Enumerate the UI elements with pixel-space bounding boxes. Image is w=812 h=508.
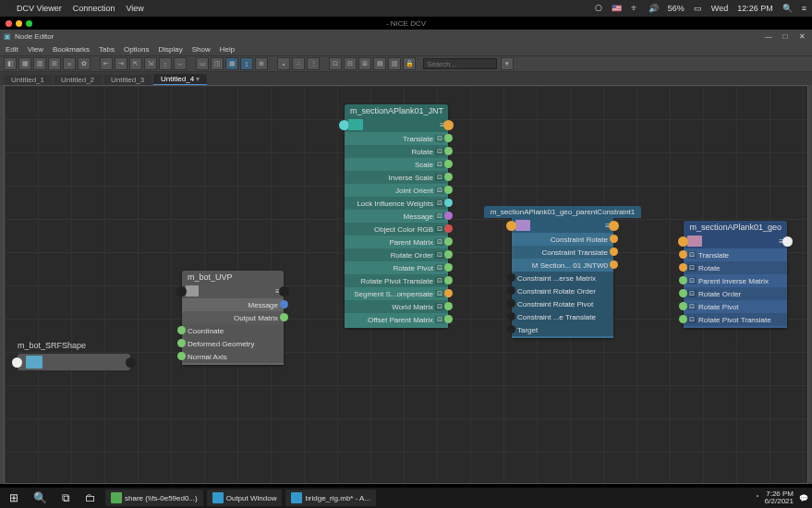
tab[interactable]: Untitled_2 bbox=[54, 75, 102, 85]
tool-button[interactable]: ⋮ bbox=[307, 57, 320, 70]
window-titlebar[interactable]: ▣ Node Editor — □ ✕ bbox=[0, 30, 812, 42]
tool-button[interactable]: ↔ bbox=[174, 57, 187, 70]
input-pin[interactable] bbox=[177, 339, 186, 347]
tool-button[interactable]: ⊟ bbox=[344, 57, 357, 70]
tool-button[interactable]: ⊞ bbox=[48, 57, 61, 70]
output-pin[interactable] bbox=[280, 300, 288, 308]
input-pin[interactable] bbox=[507, 286, 515, 295]
volume-icon[interactable]: 🔊 bbox=[648, 4, 659, 13]
node-uvp[interactable]: m_bot_UVP ≡ Message Output Matrix Coordi… bbox=[182, 271, 284, 365]
explorer-icon[interactable]: 🗀 bbox=[79, 491, 102, 504]
tool-button[interactable]: ↕ bbox=[159, 57, 172, 70]
output-pin[interactable] bbox=[444, 147, 453, 155]
input-port[interactable] bbox=[678, 236, 688, 247]
taskbar-item[interactable]: Output Window bbox=[207, 490, 283, 506]
menu-bookmarks[interactable]: Bookmarks bbox=[53, 45, 90, 54]
output-pin[interactable] bbox=[444, 250, 453, 259]
tab[interactable]: Untitled_3 bbox=[103, 75, 151, 85]
node-jnt[interactable]: m_sectionAPlank01_JNT ≡ Translate⊡Rotate… bbox=[345, 104, 448, 328]
output-pin[interactable] bbox=[444, 160, 453, 168]
output-pin[interactable] bbox=[444, 237, 453, 246]
tool-button[interactable]: ▤ bbox=[373, 57, 386, 70]
close-icon[interactable] bbox=[6, 20, 12, 27]
tool-button[interactable]: ◫ bbox=[211, 57, 224, 70]
menu-tabs[interactable]: Tabs bbox=[99, 45, 115, 54]
notification-icon[interactable]: 💬 bbox=[799, 494, 808, 502]
output-pin[interactable] bbox=[444, 289, 453, 297]
output-pin[interactable] bbox=[444, 212, 453, 220]
menu-display[interactable]: Display bbox=[159, 45, 183, 54]
tool-button[interactable]: ▦ bbox=[225, 57, 238, 70]
tool-button[interactable]: • bbox=[277, 57, 290, 70]
input-pin[interactable] bbox=[507, 325, 515, 333]
dropdown-button[interactable]: ▾ bbox=[501, 57, 514, 70]
menu-show[interactable]: Show bbox=[192, 45, 211, 54]
output-port[interactable] bbox=[279, 286, 289, 296]
output-port[interactable] bbox=[443, 120, 454, 130]
maximize-button[interactable]: □ bbox=[779, 32, 792, 41]
wifi-icon[interactable]: ᯤ bbox=[631, 4, 639, 13]
tool-button[interactable]: ✿ bbox=[78, 57, 91, 70]
tool-button[interactable]: ⊡ bbox=[329, 57, 342, 70]
output-pin[interactable] bbox=[444, 173, 453, 181]
tray-chevron-icon[interactable]: ˄ bbox=[756, 494, 759, 502]
tool-button[interactable]: ⊕ bbox=[255, 57, 268, 70]
mac-app-name[interactable]: DCV Viewer bbox=[17, 4, 62, 13]
tab[interactable]: Untitled_4 ▾ bbox=[153, 74, 207, 85]
tool-button[interactable]: ▭ bbox=[196, 57, 209, 70]
output-pin[interactable] bbox=[444, 315, 453, 323]
tool-button[interactable]: ⇱ bbox=[129, 57, 142, 70]
menu-edit[interactable]: Edit bbox=[6, 45, 18, 54]
menu-view[interactable]: View bbox=[28, 45, 43, 54]
start-button[interactable]: ⊞ bbox=[4, 491, 24, 504]
battery-icon[interactable]: ▭ bbox=[694, 4, 702, 13]
input-pin[interactable] bbox=[679, 250, 687, 259]
input-pin[interactable] bbox=[679, 263, 687, 272]
node-parentconstraint[interactable]: m_sectionAPlank01_geo_parentConstraint1 … bbox=[512, 206, 613, 338]
tool-button[interactable]: ⊠ bbox=[358, 57, 371, 70]
tool-button[interactable]: ▥ bbox=[33, 57, 46, 70]
output-pin[interactable] bbox=[444, 302, 453, 310]
output-port[interactable] bbox=[609, 221, 619, 231]
tool-button[interactable]: 1 bbox=[240, 57, 253, 70]
input-pin[interactable] bbox=[507, 299, 515, 308]
input-pin[interactable] bbox=[177, 352, 186, 360]
task-view-icon[interactable]: ⧉ bbox=[56, 491, 76, 504]
minimize-button[interactable]: — bbox=[762, 32, 775, 41]
node-srfshape[interactable]: m_bot_SRFShape bbox=[18, 354, 130, 370]
output-pin[interactable] bbox=[610, 248, 618, 256]
input-port[interactable] bbox=[176, 286, 187, 296]
tool-button[interactable]: ◧ bbox=[4, 57, 17, 70]
tool-button[interactable]: ▥ bbox=[388, 57, 401, 70]
tab[interactable]: Untitled_1 bbox=[4, 75, 52, 85]
search-icon[interactable]: 🔍 bbox=[28, 491, 53, 504]
output-pin[interactable] bbox=[444, 199, 453, 207]
taskbar-item[interactable]: bridge_rig.mb* - A... bbox=[285, 490, 376, 506]
input-pin[interactable] bbox=[679, 289, 687, 297]
windows-taskbar[interactable]: ⊞ 🔍 ⧉ 🗀 share (\\fs-0e59ed0...) Output W… bbox=[0, 488, 812, 508]
menu-icon[interactable]: ≡ bbox=[802, 4, 806, 13]
tool-button[interactable]: ≡ bbox=[63, 57, 76, 70]
input-pin[interactable] bbox=[507, 273, 515, 282]
search-input[interactable] bbox=[423, 58, 497, 69]
node-canvas[interactable]: m_bot_SRFShape m_bot_UVP ≡ Message Outpu… bbox=[4, 85, 808, 484]
menu-help[interactable]: Help bbox=[220, 45, 235, 54]
tool-button[interactable]: ⇲ bbox=[144, 57, 157, 70]
tool-button[interactable]: ▦ bbox=[18, 57, 31, 70]
output-pin[interactable] bbox=[610, 235, 618, 243]
output-port[interactable] bbox=[126, 357, 136, 368]
output-pin[interactable] bbox=[444, 276, 453, 284]
output-pin[interactable] bbox=[444, 224, 453, 233]
system-icon[interactable]: ⎔ bbox=[595, 4, 602, 13]
tool-button[interactable]: 🔒 bbox=[403, 57, 416, 70]
output-pin[interactable] bbox=[444, 186, 453, 194]
flag-icon[interactable]: 🇺🇸 bbox=[612, 4, 622, 13]
input-pin[interactable] bbox=[507, 312, 515, 321]
input-pin[interactable] bbox=[679, 302, 687, 310]
tool-button[interactable]: ⇤ bbox=[100, 57, 113, 70]
close-button[interactable]: ✕ bbox=[795, 32, 808, 41]
output-pin[interactable] bbox=[444, 134, 453, 142]
output-pin[interactable] bbox=[444, 263, 453, 272]
input-pin[interactable] bbox=[679, 276, 687, 284]
mac-menu-view[interactable]: View bbox=[126, 4, 143, 13]
